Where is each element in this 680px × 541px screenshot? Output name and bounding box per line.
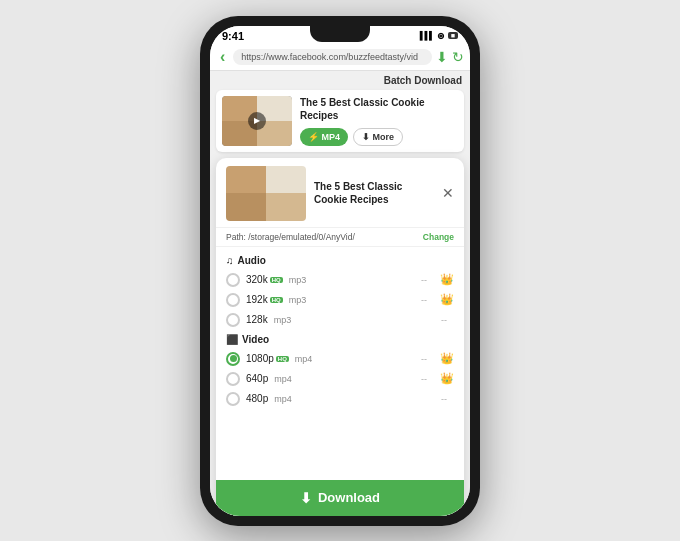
modal-header: The 5 Best Classic Cookie Recipes ✕ — [216, 158, 464, 228]
more-button[interactable]: ⬇ More — [353, 128, 403, 146]
format-480p: mp4 — [274, 394, 428, 404]
path-text: Path: /storage/emulated/0/AnyVid/ — [226, 232, 355, 242]
action-buttons: ⚡ MP4 ⬇ More — [300, 128, 458, 146]
change-button[interactable]: Change — [423, 232, 454, 242]
video-thumbnail-small: ▶ — [222, 96, 292, 146]
video-title-small: The 5 Best Classic Cookie Recipes — [300, 96, 458, 122]
video-section-title: ⬛ Video — [226, 334, 454, 345]
format-128k: mp3 — [274, 315, 428, 325]
radio-320k[interactable] — [226, 273, 240, 287]
options-section: ♫ Audio 320k HQ mp3 -- 👑 192k HQ mp3 — [216, 247, 464, 480]
status-time: 9:41 — [222, 30, 244, 42]
crown-640p: 👑 — [440, 372, 454, 385]
crown-320k: 👑 — [440, 273, 454, 286]
battery-icon: ■ — [448, 32, 458, 39]
download-icon[interactable]: ⬇ — [436, 49, 448, 65]
radio-128k[interactable] — [226, 313, 240, 327]
dash-1080p: -- — [414, 354, 434, 364]
modal-title: The 5 Best Classic Cookie Recipes — [314, 180, 434, 206]
dash-320k: -- — [414, 275, 434, 285]
back-button[interactable]: ‹ — [216, 48, 229, 66]
download-arrow-icon: ⬇ — [300, 490, 312, 506]
mp4-button[interactable]: ⚡ MP4 — [300, 128, 348, 146]
format-640p: mp4 — [274, 374, 408, 384]
audio-option-192k[interactable]: 192k HQ mp3 -- 👑 — [226, 290, 454, 310]
close-button[interactable]: ✕ — [442, 186, 454, 200]
radio-640p[interactable] — [226, 372, 240, 386]
format-320k: mp3 — [289, 275, 408, 285]
crown-192k: 👑 — [440, 293, 454, 306]
video-info: The 5 Best Classic Cookie Recipes ⚡ MP4 … — [300, 96, 458, 146]
play-button-small[interactable]: ▶ — [248, 112, 266, 130]
download-button[interactable]: ⬇ Download — [216, 480, 464, 516]
hq-badge-192k: HQ — [270, 297, 283, 303]
quality-320k: 320k HQ — [246, 274, 283, 285]
crown-1080p: 👑 — [440, 352, 454, 365]
phone-screen: 9:41 ▌▌▌ ⊛ ■ ‹ https://www.facebook.com/… — [210, 26, 470, 516]
phone-frame: 9:41 ▌▌▌ ⊛ ■ ‹ https://www.facebook.com/… — [200, 16, 480, 526]
url-input[interactable]: https://www.facebook.com/buzzfeedtasty/v… — [233, 49, 432, 65]
hq-badge-320k: HQ — [270, 277, 283, 283]
quality-480p: 480p — [246, 393, 268, 404]
video-option-640p[interactable]: 640p mp4 -- 👑 — [226, 369, 454, 389]
quality-1080p: 1080p HQ — [246, 353, 289, 364]
batch-download-label: Batch Download — [210, 71, 470, 90]
dash-192k: -- — [414, 295, 434, 305]
dash-480p: -- — [434, 394, 454, 404]
audio-icon: ♫ — [226, 255, 234, 266]
radio-1080p[interactable] — [226, 352, 240, 366]
dash-640p: -- — [414, 374, 434, 384]
wifi-icon: ⊛ — [437, 31, 445, 41]
refresh-icon[interactable]: ↻ — [452, 49, 464, 65]
hq-badge-1080p: HQ — [276, 356, 289, 362]
audio-option-320k[interactable]: 320k HQ mp3 -- 👑 — [226, 270, 454, 290]
dash-128k: -- — [434, 315, 454, 325]
quality-128k: 128k — [246, 314, 268, 325]
radio-480p[interactable] — [226, 392, 240, 406]
signal-icon: ▌▌▌ — [420, 31, 434, 40]
audio-section-title: ♫ Audio — [226, 255, 454, 266]
video-card: ▶ The 5 Best Classic Cookie Recipes ⚡ MP… — [216, 90, 464, 152]
format-1080p: mp4 — [295, 354, 408, 364]
path-row: Path: /storage/emulated/0/AnyVid/ Change — [216, 228, 464, 247]
audio-option-128k[interactable]: 128k mp3 -- — [226, 310, 454, 330]
video-option-480p[interactable]: 480p mp4 -- — [226, 389, 454, 409]
address-bar: ‹ https://www.facebook.com/buzzfeedtasty… — [210, 44, 470, 71]
video-icon: ⬛ — [226, 334, 238, 345]
phone-notch — [310, 26, 370, 42]
video-option-1080p[interactable]: 1080p HQ mp4 -- 👑 — [226, 349, 454, 369]
radio-inner-1080p — [230, 355, 237, 362]
browser-content: Batch Download ▶ The 5 Best Classic Cook… — [210, 71, 470, 516]
quality-640p: 640p — [246, 373, 268, 384]
quality-192k: 192k HQ — [246, 294, 283, 305]
radio-192k[interactable] — [226, 293, 240, 307]
format-192k: mp3 — [289, 295, 408, 305]
download-btn-label: Download — [318, 490, 380, 505]
status-icons: ▌▌▌ ⊛ ■ — [420, 31, 458, 41]
download-modal: The 5 Best Classic Cookie Recipes ✕ Path… — [216, 158, 464, 516]
modal-thumbnail — [226, 166, 306, 221]
